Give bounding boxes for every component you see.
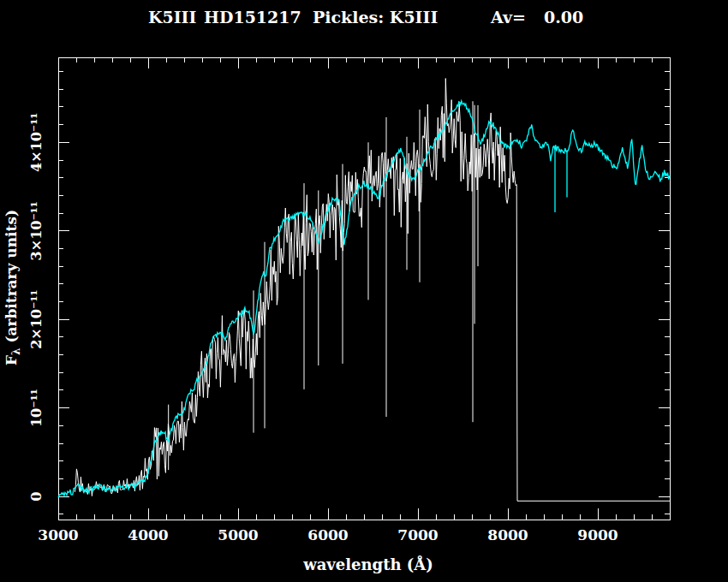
observed-spectrum-line (75, 79, 670, 502)
y-tick-label: 4×10⁻¹¹ (29, 113, 45, 172)
y-axis-symbol: F (3, 355, 20, 365)
x-tick-label: 6000 (307, 526, 348, 543)
axis-ticks (58, 57, 670, 520)
observed-absorption-lines (169, 101, 478, 470)
x-tick-label: 5000 (218, 526, 258, 543)
y-axis-units: (arbitrary units) (3, 210, 20, 348)
x-axis-title: wavelength (Å) (283, 555, 454, 573)
spectrum-plot: 3000400050006000700080009000010⁻¹¹2×10⁻¹… (0, 0, 728, 582)
template-absorption-lines (555, 147, 567, 212)
x-tick-label: 3000 (38, 526, 78, 543)
x-tick-label: 8000 (487, 526, 528, 543)
x-tick-label: 4000 (128, 526, 168, 543)
y-tick-label: 2×10⁻¹¹ (29, 290, 45, 349)
x-tick-label: 7000 (397, 526, 438, 543)
figure: K5III HD151217 Pickles: K5III Av= 0.00 3… (0, 0, 728, 582)
plot-border (58, 57, 670, 520)
template-spectrum-line (58, 101, 670, 497)
x-tick-label: 9000 (577, 526, 618, 543)
y-axis-subscript: λ (10, 348, 22, 355)
y-axis-title: Fλ (arbitrary units) (3, 193, 21, 382)
y-tick-label: 3×10⁻¹¹ (29, 201, 45, 260)
y-tick-label: 10⁻¹¹ (29, 389, 45, 427)
y-tick-label: 0 (29, 492, 45, 502)
